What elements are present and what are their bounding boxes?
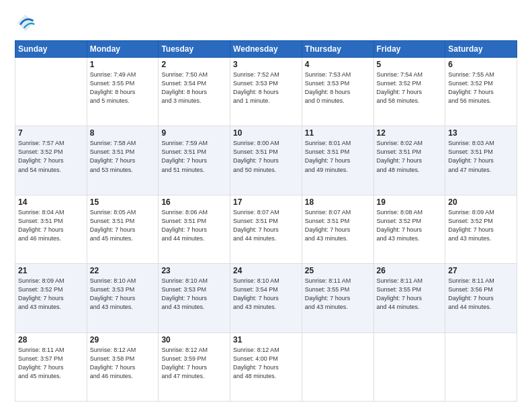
- day-number: 27: [448, 266, 514, 275]
- day-info: Sunrise: 8:11 AM Sunset: 3:57 PM Dayligh…: [18, 346, 84, 381]
- calendar-cell: 31Sunrise: 8:12 AM Sunset: 4:00 PM Dayli…: [230, 332, 302, 401]
- day-number: 4: [305, 60, 371, 69]
- day-info: Sunrise: 8:07 AM Sunset: 3:51 PM Dayligh…: [233, 208, 299, 243]
- calendar-cell: 27Sunrise: 8:11 AM Sunset: 3:56 PM Dayli…: [445, 264, 517, 332]
- calendar-cell: 28Sunrise: 8:11 AM Sunset: 3:57 PM Dayli…: [15, 332, 87, 401]
- calendar-cell: 29Sunrise: 8:12 AM Sunset: 3:58 PM Dayli…: [87, 332, 159, 401]
- day-info: Sunrise: 8:11 AM Sunset: 3:55 PM Dayligh…: [377, 277, 443, 312]
- day-info: Sunrise: 8:10 AM Sunset: 3:54 PM Dayligh…: [233, 277, 299, 312]
- calendar-cell: 19Sunrise: 8:08 AM Sunset: 3:52 PM Dayli…: [373, 195, 445, 263]
- day-number: 28: [18, 335, 84, 345]
- calendar-cell: 7Sunrise: 7:57 AM Sunset: 3:52 PM Daylig…: [15, 126, 87, 195]
- logo-icon: [15, 12, 36, 34]
- day-number: 15: [90, 197, 156, 207]
- day-info: Sunrise: 8:00 AM Sunset: 3:51 PM Dayligh…: [233, 139, 299, 174]
- day-number: 3: [233, 60, 299, 69]
- calendar-week-1: 1Sunrise: 7:49 AM Sunset: 3:55 PM Daylig…: [15, 58, 517, 126]
- day-number: 20: [448, 197, 514, 207]
- calendar-cell: 17Sunrise: 8:07 AM Sunset: 3:51 PM Dayli…: [230, 195, 302, 263]
- calendar-week-4: 21Sunrise: 8:09 AM Sunset: 3:52 PM Dayli…: [15, 264, 517, 332]
- day-info: Sunrise: 7:52 AM Sunset: 3:53 PM Dayligh…: [233, 71, 299, 105]
- day-info: Sunrise: 8:09 AM Sunset: 3:52 PM Dayligh…: [18, 277, 84, 312]
- day-info: Sunrise: 8:11 AM Sunset: 3:56 PM Dayligh…: [448, 277, 514, 312]
- calendar-cell: 14Sunrise: 8:04 AM Sunset: 3:51 PM Dayli…: [15, 195, 87, 263]
- calendar-cell: 22Sunrise: 8:10 AM Sunset: 3:53 PM Dayli…: [87, 264, 159, 332]
- calendar-cell: 2Sunrise: 7:50 AM Sunset: 3:54 PM Daylig…: [159, 58, 230, 126]
- calendar-cell: 21Sunrise: 8:09 AM Sunset: 3:52 PM Dayli…: [15, 264, 87, 332]
- day-info: Sunrise: 7:57 AM Sunset: 3:52 PM Dayligh…: [18, 139, 84, 174]
- calendar-cell: 20Sunrise: 8:09 AM Sunset: 3:52 PM Dayli…: [445, 195, 517, 263]
- day-number: 31: [233, 335, 299, 345]
- day-number: 26: [377, 266, 443, 275]
- header: [15, 12, 517, 34]
- day-number: 18: [305, 197, 371, 207]
- page: SundayMondayTuesdayWednesdayThursdayFrid…: [0, 0, 532, 411]
- calendar-cell: 4Sunrise: 7:53 AM Sunset: 3:53 PM Daylig…: [302, 58, 373, 126]
- day-info: Sunrise: 7:49 AM Sunset: 3:55 PM Dayligh…: [90, 71, 156, 105]
- day-info: Sunrise: 7:55 AM Sunset: 3:52 PM Dayligh…: [448, 71, 514, 105]
- calendar-cell: 8Sunrise: 7:58 AM Sunset: 3:51 PM Daylig…: [87, 126, 159, 195]
- day-number: 6: [448, 60, 514, 69]
- day-info: Sunrise: 8:09 AM Sunset: 3:52 PM Dayligh…: [448, 208, 514, 243]
- day-info: Sunrise: 8:12 AM Sunset: 3:59 PM Dayligh…: [161, 346, 227, 381]
- day-info: Sunrise: 8:08 AM Sunset: 3:52 PM Dayligh…: [377, 208, 443, 243]
- day-info: Sunrise: 8:03 AM Sunset: 3:51 PM Dayligh…: [448, 139, 514, 174]
- calendar-cell: 13Sunrise: 8:03 AM Sunset: 3:51 PM Dayli…: [445, 126, 517, 195]
- calendar-cell: [302, 332, 373, 401]
- day-number: 23: [161, 266, 227, 275]
- calendar-week-5: 28Sunrise: 8:11 AM Sunset: 3:57 PM Dayli…: [15, 332, 517, 401]
- calendar-cell: 24Sunrise: 8:10 AM Sunset: 3:54 PM Dayli…: [230, 264, 302, 332]
- day-number: 30: [161, 335, 227, 345]
- day-number: 8: [90, 128, 156, 138]
- day-info: Sunrise: 8:10 AM Sunset: 3:53 PM Dayligh…: [161, 277, 227, 312]
- day-number: 13: [448, 128, 514, 138]
- logo: [15, 12, 39, 34]
- day-number: 21: [18, 266, 84, 275]
- day-number: 2: [161, 60, 227, 69]
- day-number: 24: [233, 266, 299, 275]
- day-number: 25: [305, 266, 371, 275]
- calendar-cell: 9Sunrise: 7:59 AM Sunset: 3:51 PM Daylig…: [159, 126, 230, 195]
- calendar-cell: 16Sunrise: 8:06 AM Sunset: 3:51 PM Dayli…: [159, 195, 230, 263]
- calendar-cell: 26Sunrise: 8:11 AM Sunset: 3:55 PM Dayli…: [373, 264, 445, 332]
- day-number: 29: [90, 335, 156, 345]
- calendar-week-3: 14Sunrise: 8:04 AM Sunset: 3:51 PM Dayli…: [15, 195, 517, 263]
- day-number: 19: [377, 197, 443, 207]
- day-info: Sunrise: 7:58 AM Sunset: 3:51 PM Dayligh…: [90, 139, 156, 174]
- weekday-header-tuesday: Tuesday: [159, 41, 230, 58]
- calendar-cell: 3Sunrise: 7:52 AM Sunset: 3:53 PM Daylig…: [230, 58, 302, 126]
- calendar-cell: [445, 332, 517, 401]
- weekday-header-wednesday: Wednesday: [230, 41, 302, 58]
- weekday-header-thursday: Thursday: [302, 41, 373, 58]
- day-info: Sunrise: 8:10 AM Sunset: 3:53 PM Dayligh…: [90, 277, 156, 312]
- calendar-cell: 15Sunrise: 8:05 AM Sunset: 3:51 PM Dayli…: [87, 195, 159, 263]
- weekday-header-sunday: Sunday: [15, 41, 87, 58]
- day-number: 16: [161, 197, 227, 207]
- day-number: 1: [90, 60, 156, 69]
- day-number: 22: [90, 266, 156, 275]
- day-number: 5: [377, 60, 443, 69]
- day-info: Sunrise: 8:11 AM Sunset: 3:55 PM Dayligh…: [305, 277, 371, 312]
- calendar-cell: 10Sunrise: 8:00 AM Sunset: 3:51 PM Dayli…: [230, 126, 302, 195]
- day-number: 11: [305, 128, 371, 138]
- calendar-week-2: 7Sunrise: 7:57 AM Sunset: 3:52 PM Daylig…: [15, 126, 517, 195]
- calendar-cell: [15, 58, 87, 126]
- day-info: Sunrise: 7:59 AM Sunset: 3:51 PM Dayligh…: [161, 139, 227, 174]
- calendar-cell: 6Sunrise: 7:55 AM Sunset: 3:52 PM Daylig…: [445, 58, 517, 126]
- weekday-header-row: SundayMondayTuesdayWednesdayThursdayFrid…: [15, 41, 517, 58]
- day-number: 9: [161, 128, 227, 138]
- day-number: 17: [233, 197, 299, 207]
- day-info: Sunrise: 7:50 AM Sunset: 3:54 PM Dayligh…: [161, 71, 227, 105]
- calendar-cell: 23Sunrise: 8:10 AM Sunset: 3:53 PM Dayli…: [159, 264, 230, 332]
- weekday-header-monday: Monday: [87, 41, 159, 58]
- day-number: 7: [18, 128, 84, 138]
- day-info: Sunrise: 8:06 AM Sunset: 3:51 PM Dayligh…: [161, 208, 227, 243]
- calendar-cell: 11Sunrise: 8:01 AM Sunset: 3:51 PM Dayli…: [302, 126, 373, 195]
- day-number: 14: [18, 197, 84, 207]
- day-info: Sunrise: 8:02 AM Sunset: 3:51 PM Dayligh…: [377, 139, 443, 174]
- calendar-cell: 12Sunrise: 8:02 AM Sunset: 3:51 PM Dayli…: [373, 126, 445, 195]
- day-info: Sunrise: 8:07 AM Sunset: 3:51 PM Dayligh…: [305, 208, 371, 243]
- day-info: Sunrise: 8:12 AM Sunset: 4:00 PM Dayligh…: [233, 346, 299, 381]
- calendar-cell: 1Sunrise: 7:49 AM Sunset: 3:55 PM Daylig…: [87, 58, 159, 126]
- day-info: Sunrise: 8:04 AM Sunset: 3:51 PM Dayligh…: [18, 208, 84, 243]
